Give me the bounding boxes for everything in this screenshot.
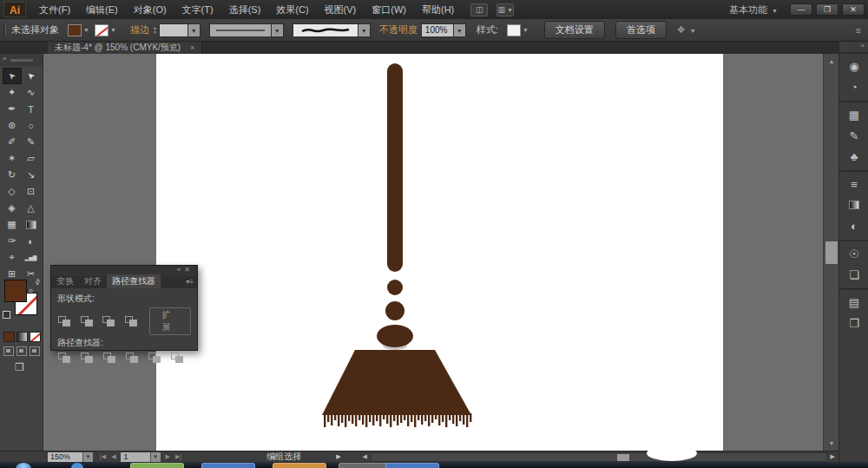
previous-artboard-icon[interactable]: ◀ [111, 453, 115, 460]
chevron-down-icon[interactable]: ▼ [83, 27, 89, 33]
chevron-down-icon[interactable]: ▼ [188, 23, 201, 37]
column-graph-tool[interactable]: ▂▅▇ [22, 249, 41, 266]
selection-tool[interactable]: ➤ [3, 68, 22, 84]
blend-tool[interactable]: ◐ [22, 233, 41, 249]
close-panel-icon[interactable]: ✕ [184, 266, 194, 274]
last-artboard-icon[interactable]: ▶| [175, 453, 181, 460]
outline-button[interactable] [148, 352, 162, 364]
draw-behind-button[interactable] [16, 346, 27, 356]
intersect-button[interactable] [102, 315, 116, 327]
scroll-up-icon[interactable]: ▲ [824, 56, 839, 67]
menu-help[interactable]: 帮助(H) [414, 0, 462, 19]
transparency-icon[interactable]: ◐ [839, 215, 868, 236]
menu-window[interactable]: 窗口(W) [364, 0, 414, 19]
menu-view[interactable]: 视图(V) [317, 0, 365, 19]
blob-brush-tool[interactable]: ✶ [3, 150, 22, 167]
zoom-level-select[interactable]: 150% [48, 452, 82, 462]
ellipse-tool[interactable]: ○ [22, 117, 41, 134]
expand-button[interactable]: 扩展 [149, 307, 191, 335]
restore-button[interactable]: ❐ [816, 3, 838, 16]
artboard-canvas[interactable] [156, 54, 723, 451]
document-setup-button[interactable]: 文档设置 [544, 21, 605, 39]
gradient-button[interactable] [16, 332, 28, 342]
first-artboard-icon[interactable]: |◀ [100, 453, 106, 460]
width-profile-select[interactable] [209, 23, 272, 37]
chevron-down-icon[interactable]: ▼ [272, 23, 284, 37]
shape-builder-tool[interactable]: ◈ [3, 200, 22, 216]
taskbar-window-2[interactable] [201, 463, 255, 468]
menu-file[interactable]: 文件(F) [31, 0, 78, 19]
merge-button[interactable] [102, 352, 117, 364]
chevron-down-icon[interactable]: ▼ [523, 27, 529, 33]
arrange-documents-icon[interactable]: ▥▼ [496, 3, 514, 16]
paintbrush-tool[interactable]: ✐ [3, 134, 22, 150]
trim-button[interactable] [80, 352, 95, 364]
scroll-left-icon[interactable]: ◀ [359, 453, 371, 460]
horizontal-scrollbar[interactable] [371, 452, 827, 462]
direct-selection-tool[interactable]: ➤ [22, 68, 41, 84]
swatches-icon[interactable]: ▦ [839, 104, 868, 125]
document-tab[interactable]: 未标题-4* @ 150% (CMYK/预览) × [48, 42, 202, 54]
gradient-icon[interactable] [839, 194, 868, 215]
pen-tool[interactable]: ✒ [3, 101, 22, 117]
screen-mode-button[interactable]: ❐ [15, 361, 24, 373]
scroll-down-icon[interactable]: ▼ [824, 438, 839, 449]
minus-front-button[interactable] [80, 315, 95, 327]
start-orb-icon[interactable] [16, 463, 31, 468]
draw-inside-button[interactable] [30, 346, 40, 356]
chevron-down-icon[interactable]: ▼ [150, 452, 161, 462]
graphic-styles-icon[interactable]: ❏ [839, 264, 868, 285]
layers-icon[interactable]: ▤ [839, 292, 868, 313]
mesh-tool[interactable]: ▦ [3, 216, 22, 233]
broom-illustration[interactable] [156, 54, 723, 451]
minus-back-button[interactable] [170, 352, 185, 364]
stroke-weight-label[interactable]: 描边 [130, 23, 149, 36]
minimize-button[interactable]: — [790, 3, 812, 16]
taskbar-window-1[interactable] [130, 463, 184, 468]
default-fill-stroke-icon[interactable] [3, 311, 10, 319]
symbols-icon[interactable]: ♣ [839, 146, 868, 167]
brushes-icon[interactable]: ✎ [839, 125, 868, 146]
tab-close-icon[interactable]: × [190, 43, 194, 52]
brush-definition-select[interactable] [293, 23, 358, 37]
menu-object[interactable]: 对象(O) [126, 0, 174, 19]
stroke-weight-input[interactable] [159, 23, 188, 37]
exclude-button[interactable] [124, 315, 139, 327]
workspace-switcher[interactable]: 基本功能 ▼ [729, 3, 778, 16]
style-swatch[interactable] [507, 24, 521, 36]
collapse-panel-icon[interactable]: « [3, 55, 6, 63]
browser-icon[interactable] [71, 463, 83, 468]
draw-normal-button[interactable] [3, 346, 14, 356]
chevron-down-icon[interactable]: ▼ [110, 27, 116, 33]
width-tool[interactable]: ◇ [3, 183, 22, 200]
divide-button[interactable] [57, 352, 72, 364]
taskbar-window-5[interactable] [385, 463, 439, 468]
tab-align[interactable]: 对齐 [79, 274, 107, 288]
symbol-sprayer-tool[interactable]: ⌖ [3, 249, 22, 266]
line-segment-tool[interactable]: ⊛ [3, 117, 22, 134]
scale-tool[interactable]: ↘ [22, 167, 41, 183]
artboard-number-input[interactable]: 1 [121, 452, 150, 462]
tab-transform[interactable]: 变换 [51, 274, 79, 288]
eraser-tool[interactable]: ▱ [22, 150, 41, 167]
control-panel-menu-icon[interactable]: ≡ [856, 25, 861, 36]
tools-panel-header[interactable]: « [0, 54, 43, 66]
color-panel-icon[interactable]: ◉ [839, 56, 868, 76]
none-button[interactable] [30, 332, 41, 342]
stroke-weight-stepper[interactable]: ▲▼ [153, 26, 157, 35]
bridge-icon[interactable]: ◫ [470, 3, 488, 16]
status-expand-icon[interactable]: ▶ [336, 453, 340, 460]
fill-color-swatch[interactable] [68, 24, 82, 36]
vertical-scroll-thumb[interactable] [825, 241, 838, 264]
opacity-label[interactable]: 不透明度 [379, 23, 418, 36]
color-guide-icon[interactable]: ◔ [839, 76, 868, 97]
gradient-tool[interactable] [22, 216, 41, 233]
fill-color-indicator[interactable] [4, 280, 27, 302]
taskbar-window-4[interactable] [339, 463, 392, 468]
unite-button[interactable] [57, 315, 72, 327]
menu-type[interactable]: 文字(T) [174, 0, 221, 19]
appearance-icon[interactable]: ☉ [839, 243, 868, 264]
chevron-down-icon[interactable]: ▼ [82, 452, 93, 462]
type-tool[interactable]: T [22, 101, 41, 117]
chevron-down-icon[interactable]: ▼ [358, 23, 371, 37]
